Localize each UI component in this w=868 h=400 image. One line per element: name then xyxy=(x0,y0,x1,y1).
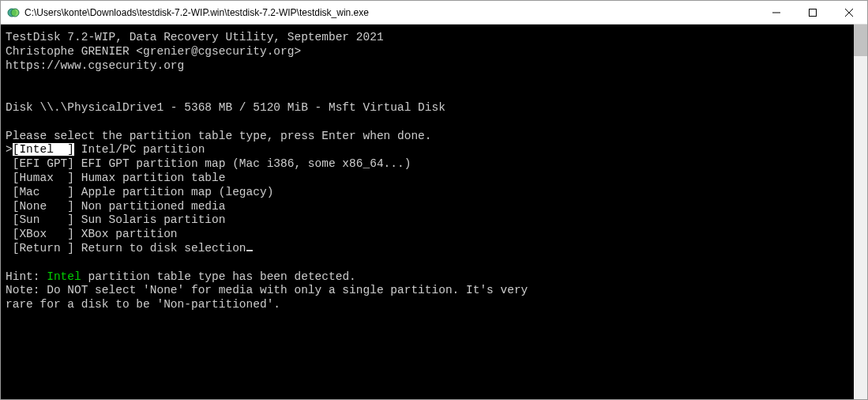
window-title: C:\Users\konte\Downloads\testdisk-7.2-WI… xyxy=(24,7,758,18)
scroll-thumb[interactable] xyxy=(854,25,867,56)
header-line-3: https://www.cgsecurity.org xyxy=(6,59,184,72)
detected-type: Intel xyxy=(47,270,81,283)
vertical-scrollbar[interactable] xyxy=(854,25,867,399)
note-line: Note: Do NOT select 'None' for media wit… xyxy=(6,284,528,311)
svg-point-1 xyxy=(11,9,19,17)
title-bar[interactable]: C:\Users\konte\Downloads\testdisk-7.2-WI… xyxy=(1,1,867,25)
prompt: Please select the partition table type, … xyxy=(6,130,432,142)
app-icon xyxy=(7,6,20,19)
partition-menu[interactable]: >[Intel ] Intel/PC partition [EFI GPT] E… xyxy=(6,143,411,255)
hint-line: Hint: Intel partition table type has bee… xyxy=(6,270,356,283)
disk-info: Disk \\.\PhysicalDrive1 - 5368 MB / 5120… xyxy=(6,101,445,114)
terminal-content[interactable]: TestDisk 7.2-WIP, Data Recovery Utility,… xyxy=(1,25,854,399)
header-line-2: Christophe GRENIER <grenier@cgsecurity.o… xyxy=(6,45,301,58)
minimize-button[interactable] xyxy=(758,1,795,25)
close-button[interactable] xyxy=(831,1,867,25)
header-line-1: TestDisk 7.2-WIP, Data Recovery Utility,… xyxy=(6,31,384,43)
maximize-button[interactable] xyxy=(795,1,831,25)
svg-rect-3 xyxy=(810,9,817,16)
window-controls xyxy=(758,1,867,25)
